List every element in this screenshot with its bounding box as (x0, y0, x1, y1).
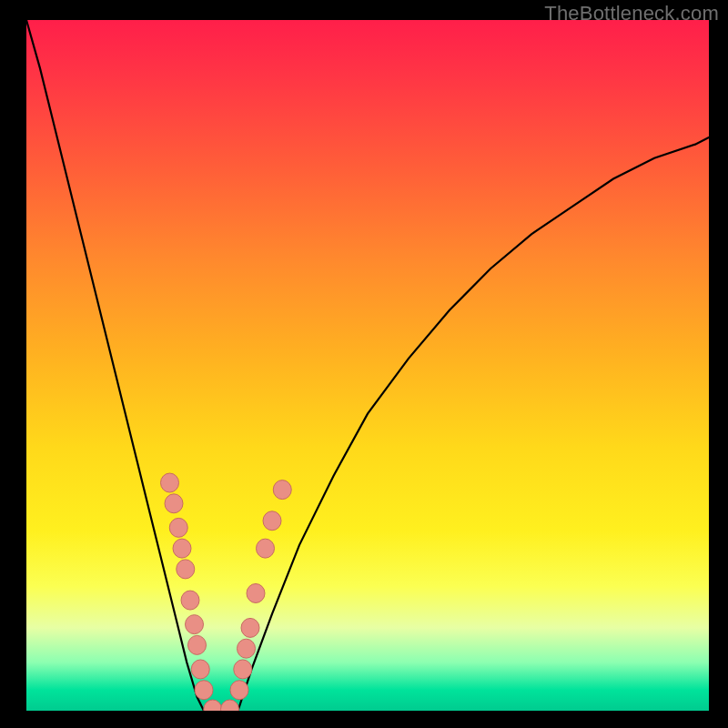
bead-left-4 (177, 560, 195, 579)
bead-right-3 (241, 618, 259, 637)
plot-area (26, 20, 709, 711)
chart-frame: TheBottleneck.com (0, 0, 728, 728)
bead-right-7 (273, 480, 291, 500)
watermark-text: TheBottleneck.com (544, 2, 719, 25)
bead-right-6 (263, 511, 281, 531)
curve-right (238, 137, 710, 711)
bead-left-3 (173, 539, 191, 558)
bead-left-9 (195, 681, 213, 700)
bead-floor-0 (204, 700, 222, 711)
bead-left-7 (188, 635, 207, 654)
bead-left-6 (186, 615, 204, 634)
bead-right-4 (247, 583, 265, 602)
bead-right-5 (257, 539, 275, 558)
bead-right-2 (238, 639, 256, 658)
bead-floor-1 (221, 700, 239, 711)
bead-left-1 (165, 494, 183, 513)
beads-group (161, 473, 292, 711)
bead-left-8 (191, 660, 209, 679)
bead-left-5 (181, 591, 199, 610)
bead-right-0 (230, 681, 248, 700)
bead-left-0 (161, 473, 179, 492)
bead-right-1 (234, 660, 252, 679)
bead-left-2 (169, 518, 187, 537)
chart-svg (26, 20, 709, 711)
curve-left (26, 20, 204, 711)
